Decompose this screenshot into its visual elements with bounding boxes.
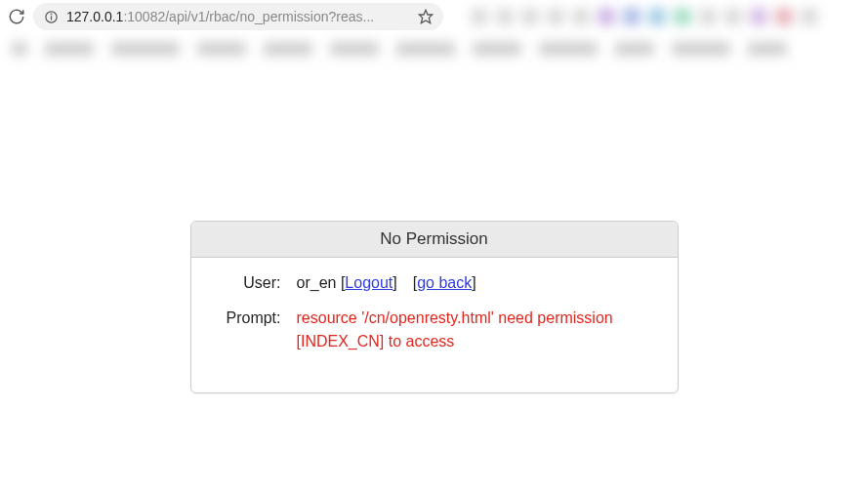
prompt-row: Prompt: resource '/cn/openresty.html' ne…: [209, 307, 660, 353]
url-path: /api/v1/rbac/no_permission?reas...: [165, 9, 374, 24]
go-back-link[interactable]: go back: [417, 274, 472, 291]
prompt-label: Prompt:: [209, 307, 285, 353]
blurred-extension-icons: [451, 8, 818, 25]
panel-title: No Permission: [191, 222, 678, 258]
bookmarks-bar: [0, 33, 868, 64]
user-value: or_en [Logout][go back]: [285, 271, 660, 295]
reload-icon[interactable]: [8, 8, 25, 25]
user-row: User: or_en [Logout][go back]: [209, 271, 660, 295]
user-name: or_en: [297, 274, 337, 291]
user-label: User:: [209, 271, 285, 295]
prompt-value: resource '/cn/openresty.html' need permi…: [285, 307, 660, 353]
url-host-dim: :10082: [123, 9, 165, 24]
logout-link[interactable]: Logout: [345, 274, 393, 291]
panel-body: User: or_en [Logout][go back] Prompt: re…: [191, 258, 678, 392]
url-host-main: 127.0.0.1: [66, 9, 123, 24]
address-bar[interactable]: 127.0.0.1:10082/api/v1/rbac/no_permissio…: [33, 3, 443, 30]
svg-point-2: [51, 14, 52, 15]
browser-chrome: 127.0.0.1:10082/api/v1/rbac/no_permissio…: [0, 0, 868, 33]
page-content: No Permission User: or_en [Logout][go ba…: [0, 64, 868, 393]
info-icon[interactable]: [43, 9, 59, 24]
svg-marker-3: [419, 10, 432, 22]
star-icon[interactable]: [418, 9, 434, 24]
no-permission-panel: No Permission User: or_en [Logout][go ba…: [190, 221, 679, 393]
url-text: 127.0.0.1:10082/api/v1/rbac/no_permissio…: [66, 9, 406, 24]
